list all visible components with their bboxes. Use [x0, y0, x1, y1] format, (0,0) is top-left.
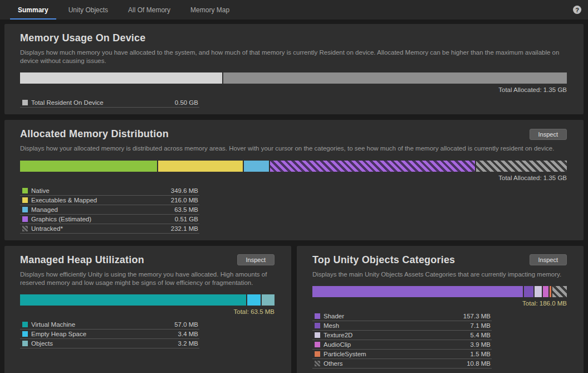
bar-segment-audioclip[interactable]: [543, 286, 548, 297]
tab-unity-objects[interactable]: Unity Objects: [58, 0, 118, 20]
legend-value: 3.4 MB: [178, 331, 198, 337]
legend-label: Executables & Mapped: [31, 197, 168, 204]
panel-allocated-distribution: Allocated Memory Distribution Inspect Di…: [4, 120, 584, 240]
legend-label: Mesh: [324, 322, 467, 329]
legend-row-shader[interactable]: Shader157.3 MB: [312, 312, 492, 321]
legend-label: Virtual Machine: [31, 321, 171, 328]
legend-row-particlesystem[interactable]: ParticleSystem1.5 MB: [312, 350, 492, 359]
legend-label: Graphics (Estimated): [31, 216, 171, 222]
legend-row-objects[interactable]: Objects3.2 MB: [20, 339, 199, 348]
legend-swatch-texture2d: [315, 332, 320, 338]
legend-value: 1.5 MB: [471, 351, 491, 357]
legend-row-native[interactable]: Native349.6 MB: [20, 186, 199, 196]
legend-row-untracked[interactable]: Untracked*232.1 MB: [20, 224, 199, 234]
bar-segment-allocated-remainder[interactable]: [223, 72, 567, 84]
memory-usage-bar: [20, 72, 567, 84]
tab-bar: SummaryUnity ObjectsAll Of MemoryMemory …: [0, 0, 588, 20]
legend-row-executables-mapped[interactable]: Executables & Mapped216.0 MB: [20, 196, 199, 205]
bar-segment-native[interactable]: [20, 161, 157, 172]
panel-top-unity-objects: Top Unity Objects Categories Inspect Dis…: [297, 246, 584, 373]
panel-description: Displays how much memory you have alloca…: [20, 49, 567, 65]
legend-label: ParticleSystem: [324, 351, 467, 357]
tab-list: SummaryUnity ObjectsAll Of MemoryMemory …: [8, 0, 239, 20]
bar-segment-objects[interactable]: [262, 294, 275, 306]
legend-swatch-particlesystem: [315, 351, 320, 357]
inspect-button[interactable]: Inspect: [237, 254, 275, 265]
bar-segment-untracked[interactable]: [476, 161, 567, 172]
bar-segment-others[interactable]: [552, 286, 567, 297]
legend-label: Managed: [31, 206, 171, 213]
managed-heap-legend: Virtual Machine57.0 MBEmpty Heap Space3.…: [20, 320, 199, 348]
total-label: Total: 186.0 MB: [312, 300, 567, 307]
legend-value: 157.3 MB: [463, 313, 491, 319]
legend-label: Empty Heap Space: [31, 331, 175, 337]
legend-value: 0.50 GB: [175, 99, 198, 106]
legend-label: Texture2D: [324, 332, 467, 338]
bar-segment-executables-mapped[interactable]: [158, 161, 243, 172]
help-icon[interactable]: ?: [573, 6, 581, 14]
legend-value: 63.5 MB: [174, 206, 198, 213]
legend-swatch-untracked: [22, 226, 28, 231]
summary-page: Memory Usage On Device Displays how much…: [0, 20, 588, 373]
legend-swatch-managed: [22, 207, 28, 212]
legend-swatch-graphics-estimated: [22, 216, 28, 222]
tab-memory-map[interactable]: Memory Map: [180, 0, 239, 20]
legend-swatch-executables-mapped: [22, 197, 28, 203]
total-allocated-label: Total Allocated: 1.35 GB: [20, 86, 567, 93]
bottom-row: Managed Heap Utilization Inspect Display…: [4, 246, 584, 373]
legend-value: 57.0 MB: [174, 321, 198, 328]
legend-row-graphics-estimated[interactable]: Graphics (Estimated)0.51 GB: [20, 215, 199, 224]
legend-value: 5.4 MB: [471, 332, 491, 338]
legend-swatch-total-resident-on-device: [22, 100, 28, 105]
legend-label: Total Resident On Device: [31, 99, 171, 106]
legend-swatch-empty-heap-space: [22, 331, 28, 337]
legend-swatch-audioclip: [315, 342, 320, 347]
bar-segment-virtual-machine[interactable]: [20, 294, 246, 306]
panel-title-allocated-distribution: Allocated Memory Distribution: [20, 128, 169, 140]
bar-segment-texture2d[interactable]: [535, 286, 542, 297]
legend-value: 232.1 MB: [171, 225, 198, 232]
legend-row-total-resident-on-device[interactable]: Total Resident On Device0.50 GB: [20, 98, 199, 108]
legend-row-managed[interactable]: Managed63.5 MB: [20, 205, 199, 215]
inspect-button[interactable]: Inspect: [530, 129, 567, 140]
legend-swatch-objects: [22, 341, 28, 346]
legend-row-others[interactable]: Others10.8 MB: [312, 359, 492, 369]
legend-swatch-mesh: [315, 323, 320, 328]
panel-title-top-unity-objects: Top Unity Objects Categories: [312, 254, 455, 266]
panel-description: Displays the main Unity Objects Assets C…: [312, 270, 567, 279]
legend-value: 0.51 GB: [175, 216, 198, 222]
tab-summary[interactable]: Summary: [8, 0, 58, 20]
legend-label: Untracked*: [31, 225, 168, 232]
legend-row-empty-heap-space[interactable]: Empty Heap Space3.4 MB: [20, 330, 199, 339]
inspect-button[interactable]: Inspect: [530, 254, 567, 265]
legend-row-mesh[interactable]: Mesh7.1 MB: [312, 321, 492, 331]
legend-value: 349.6 MB: [171, 187, 198, 194]
panel-title-managed-heap: Managed Heap Utilization: [20, 254, 144, 266]
bar-segment-particlesystem[interactable]: [550, 286, 552, 297]
legend-row-virtual-machine[interactable]: Virtual Machine57.0 MB: [20, 320, 199, 330]
legend-swatch-virtual-machine: [22, 322, 28, 327]
allocated-distribution-legend: Native349.6 MBExecutables & Mapped216.0 …: [20, 186, 199, 234]
panel-description: Displays how efficiently Unity is using …: [20, 270, 275, 287]
bar-segment-graphics-estimated[interactable]: [270, 161, 475, 172]
legend-label: Native: [31, 187, 168, 194]
legend-row-audioclip[interactable]: AudioClip3.9 MB: [312, 340, 492, 350]
legend-label: AudioClip: [324, 341, 467, 348]
total-allocated-label: Total Allocated: 1.35 GB: [20, 175, 567, 181]
legend-row-texture2d[interactable]: Texture2D5.4 MB: [312, 331, 492, 340]
legend-label: Others: [324, 360, 463, 367]
legend-value: 216.0 MB: [171, 197, 198, 204]
legend-swatch-others: [315, 361, 320, 366]
panel-title-memory-usage: Memory Usage On Device: [20, 32, 146, 44]
bar-segment-shader[interactable]: [312, 286, 523, 297]
tab-all-of-memory[interactable]: All Of Memory: [118, 0, 180, 20]
bar-segment-empty-heap-space[interactable]: [247, 294, 261, 306]
bar-segment-total-resident-on-device[interactable]: [20, 72, 222, 84]
legend-swatch-shader: [315, 313, 320, 319]
bar-segment-mesh[interactable]: [524, 286, 533, 297]
legend-value: 10.8 MB: [467, 360, 491, 367]
panel-description: Displays how your allocated memory is di…: [20, 144, 567, 153]
bar-segment-managed[interactable]: [244, 161, 269, 172]
top-unity-objects-legend: Shader157.3 MBMesh7.1 MBTexture2D5.4 MBA…: [312, 312, 492, 369]
allocated-distribution-bar: [20, 161, 567, 172]
